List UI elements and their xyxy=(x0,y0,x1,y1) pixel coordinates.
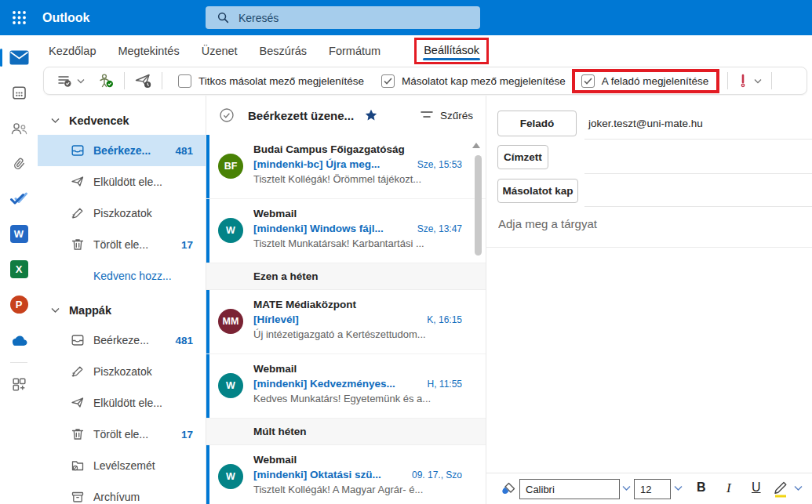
folder-deleted-favorite[interactable]: Törölt ele... 17 xyxy=(38,229,206,260)
font-chevron-icon[interactable] xyxy=(622,485,631,491)
highlight-button[interactable] xyxy=(774,480,788,498)
archive-icon xyxy=(71,490,85,504)
scrollbar-up-arrow[interactable] xyxy=(472,143,480,148)
underline-button[interactable]: U xyxy=(752,480,761,495)
app-launcher-button[interactable] xyxy=(0,0,38,35)
message-list-header: Beérkezett üzene... Szűrés xyxy=(206,96,486,135)
folder-label: Levélszemét xyxy=(93,459,155,472)
folder-inbox-favorite[interactable]: Beérkeze... 481 xyxy=(38,135,206,166)
rail-powerpoint-button[interactable]: P xyxy=(0,287,38,322)
folder-junk[interactable]: Levélszemét xyxy=(38,450,206,481)
check-icon xyxy=(584,78,592,85)
folder-count: 481 xyxy=(175,335,193,346)
folder-deleted[interactable]: Törölt ele... 17 xyxy=(38,419,206,450)
ribbon-tab-bar: Kezdőlap Megtekintés Üzenet Beszúrás For… xyxy=(38,35,812,67)
message-options-button[interactable] xyxy=(56,73,85,89)
to-button[interactable]: Címzett xyxy=(497,145,548,169)
search-input[interactable] xyxy=(239,12,442,24)
message-subject: [Hírlevél] xyxy=(253,314,299,325)
message-row[interactable]: W Webmail [mindenki] Windows fájl... Sze… xyxy=(206,199,486,263)
message-row[interactable]: BF Budai Campus Főigazgatóság [mindenki-… xyxy=(206,135,486,199)
add-favorite-link[interactable]: Kedvenc hozz... xyxy=(38,260,206,292)
folder-drafts[interactable]: Piszkozatok xyxy=(38,356,206,387)
message-time: H, 11:55 xyxy=(428,379,462,390)
to-field-underline[interactable] xyxy=(584,173,812,174)
cc-field-underline[interactable] xyxy=(584,206,812,207)
italic-button[interactable]: I xyxy=(726,480,731,496)
message-row[interactable]: W Webmail [mindenki] Oktatási szü... 09.… xyxy=(206,445,486,504)
folder-count: 481 xyxy=(175,145,193,157)
font-select[interactable]: Calibri xyxy=(519,479,620,499)
avatar: W xyxy=(218,464,243,489)
bold-button[interactable]: B xyxy=(697,480,706,495)
schedule-send-button[interactable] xyxy=(134,73,152,89)
tab-megtekintes[interactable]: Megtekintés xyxy=(117,38,180,63)
app-title: Outlook xyxy=(42,11,89,25)
folder-sent-favorite[interactable]: Elküldött ele... xyxy=(38,166,206,198)
format-painter-button[interactable] xyxy=(501,481,517,497)
toolbar-divider xyxy=(124,72,125,89)
folder-drafts-favorite[interactable]: Piszkozatok xyxy=(38,198,206,229)
checkbox-bcc-field[interactable]: Titkos másolat mező megjelenítése xyxy=(178,74,364,88)
rail-mail-button[interactable] xyxy=(0,40,38,75)
unread-indicator xyxy=(206,445,209,504)
highlight-chevron-icon[interactable] xyxy=(794,485,803,491)
folder-archive[interactable]: Archívum xyxy=(38,481,206,504)
tab-kezdolap[interactable]: Kezdőlap xyxy=(48,38,96,63)
from-address: joker.teszt@uni-mate.hu xyxy=(588,118,703,129)
filter-button[interactable]: Szűrés xyxy=(421,110,473,121)
message-preview: Tisztelt Kollégák! A Magyar Agrár- é... xyxy=(253,484,462,495)
rail-excel-button[interactable]: X xyxy=(0,252,38,287)
search-bar[interactable] xyxy=(206,6,480,29)
toolbar-divider xyxy=(727,72,728,89)
select-all-icon[interactable] xyxy=(219,107,235,123)
avatar: BF xyxy=(218,154,243,179)
chevron-down-icon xyxy=(754,78,762,84)
app-rail: W X P xyxy=(0,35,38,504)
subject-input[interactable] xyxy=(498,213,796,234)
checkbox-cc-field[interactable]: Másolatot kap mező megjelenítése xyxy=(381,74,566,88)
message-preview: Új intézetigazgató a Kertészettudom... xyxy=(253,328,462,340)
tab-uzenet[interactable]: Üzenet xyxy=(201,38,239,63)
scrollbar-thumb[interactable] xyxy=(475,155,482,256)
rail-more-apps-button[interactable] xyxy=(0,367,38,402)
importance-button[interactable] xyxy=(737,73,762,89)
drafts-icon xyxy=(71,364,85,379)
message-subject: [mindenki] Windows fájl... xyxy=(253,223,384,234)
word-icon: W xyxy=(10,225,28,243)
favorites-section-header[interactable]: Kedvencek xyxy=(38,107,206,135)
size-chevron-icon[interactable] xyxy=(674,485,683,491)
rail-people-button[interactable] xyxy=(0,111,38,146)
folders-section-header[interactable]: Mappák xyxy=(38,296,206,325)
folders-title: Mappák xyxy=(69,304,111,317)
rail-calendar-button[interactable] xyxy=(0,75,38,111)
checkbox-show-from[interactable]: A feladó megjelenítése xyxy=(581,74,709,88)
sent-icon xyxy=(71,175,85,189)
unread-indicator xyxy=(206,199,209,263)
tab-beszuras[interactable]: Beszúrás xyxy=(259,38,308,63)
inbox-icon xyxy=(71,333,85,347)
message-row[interactable]: W Webmail [mindenki] Kedvezményes... H, … xyxy=(206,354,486,419)
message-row[interactable]: MM MATE Médiaközpont [Hírlevél] K, 16:15… xyxy=(206,290,486,354)
rail-todo-button[interactable] xyxy=(0,181,38,216)
from-button[interactable]: Feladó xyxy=(497,111,577,136)
rail-word-button[interactable]: W xyxy=(0,216,38,252)
favorite-star-button[interactable] xyxy=(365,109,377,121)
tab-beallitasok[interactable]: Beállítások xyxy=(414,38,489,64)
rail-attachments-button[interactable] xyxy=(0,146,38,181)
request-responses-button[interactable] xyxy=(97,73,115,89)
rail-divider xyxy=(0,357,38,367)
mail-icon xyxy=(9,50,29,65)
selected-tab-underline xyxy=(423,58,480,60)
rail-onedrive-button[interactable] xyxy=(0,322,38,357)
highlighter-icon xyxy=(774,480,788,498)
cc-button[interactable]: Másolatot kap xyxy=(497,179,578,203)
from-field-underline xyxy=(584,139,812,140)
font-size-select[interactable]: 12 xyxy=(634,479,671,499)
unread-indicator xyxy=(206,290,209,354)
folder-sent[interactable]: Elküldött ele... xyxy=(38,387,206,419)
todo-check-icon xyxy=(9,192,28,206)
folder-inbox[interactable]: Beérkeze... 481 xyxy=(38,325,206,356)
toolbar-divider xyxy=(771,72,772,89)
tab-formatum[interactable]: Formátum xyxy=(328,38,381,63)
